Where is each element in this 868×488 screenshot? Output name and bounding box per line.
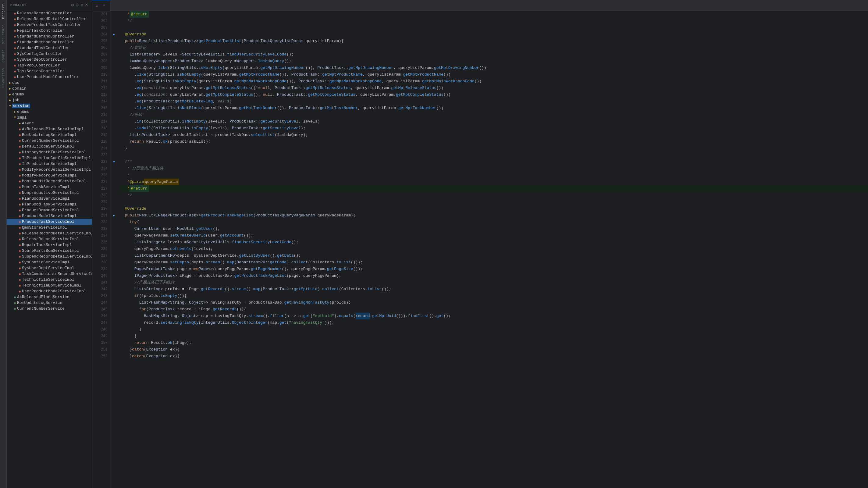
tab-product-task-service-impl[interactable]: ☕ × <box>92 0 110 11</box>
code-line-216: //等级 <box>120 112 868 118</box>
vtab-structure[interactable]: Structure <box>1 22 6 46</box>
file-icon: ◉ <box>19 156 21 160</box>
line-number-243: 243 <box>92 293 110 299</box>
sidebar-item-sysconfigserviceimpl[interactable]: ◉SysConfigServiceImpl <box>7 260 92 265</box>
sidebar-item-defaultcodeserviceimpl[interactable]: ◉DefaultCodeServiceImpl <box>7 144 92 149</box>
close-sidebar-icon[interactable]: × <box>85 2 88 8</box>
sidebar-item-userproductmodelserviceimpl[interactable]: ◉UserProductModelServiceImpl <box>7 288 92 294</box>
sidebar-item-releaserecordserviceimpl[interactable]: ◉ReleaseRecordServiceImpl <box>7 236 92 242</box>
sidebar-item-repairtaskserviceimpl[interactable]: ◉RepairTaskServiceImpl <box>7 242 92 248</box>
gutter-icon-row-213 <box>110 91 118 98</box>
gear2-icon[interactable]: ⚙ <box>81 2 83 8</box>
run-icon[interactable]: ▶ <box>113 33 115 36</box>
sidebar-item-plangoodsserviceimpl[interactable]: ◉PlanGoodsServiceImpl <box>7 196 92 202</box>
sidebar-item-monthtaskserviceimpl[interactable]: ◉MonthTaskServiceImpl <box>7 184 92 190</box>
gutter-icon-row-219 <box>110 132 118 139</box>
line-number-213: 213 <box>92 91 110 98</box>
sidebar-item-modifyrecorddetailserviceimpl[interactable]: ◉ModifyRecordDetailServiceImpl <box>7 167 92 173</box>
tree-item-label: enums <box>17 110 29 114</box>
sidebar-item-productmodelserviceimpl[interactable]: ◉ProductModelServiceImpl <box>7 213 92 219</box>
sidebar-item-taskpoolcontroller[interactable]: ◉TaskPoolController <box>7 62 92 68</box>
settings-icon[interactable]: ⚙ <box>71 2 74 8</box>
sidebar-item-job[interactable]: ▶job <box>7 97 92 103</box>
sidebar-item-plangoodtaskserviceimpl[interactable]: ◉PlanGoodTaskServiceImpl <box>7 202 92 207</box>
gutter-icon-row-245 <box>110 306 118 313</box>
sidebar-item-service[interactable]: ▼service <box>7 103 92 109</box>
sidebar-item-historymonthtaskserviceimpl[interactable]: ◉HistoryMonthTaskServiceImpl <box>7 149 92 155</box>
tree-item-label: TechnicfileServiceImpl <box>22 277 74 282</box>
tree-item-label: QmsStoreServiceImpl <box>22 225 67 230</box>
tree-item-label: StandardTaskController <box>17 46 69 50</box>
sidebar-item-bomupdatelogservice[interactable]: ◉BomUpdateLogService <box>7 300 92 306</box>
sidebar-item-repairtaskcontroller[interactable]: ◉RepairTaskController <box>7 28 92 33</box>
sidebar-item-technicfileserviceimpl[interactable]: ◉TechnicfileServiceImpl <box>7 277 92 282</box>
tree-item-label: HistoryMonthTaskServiceImpl <box>22 150 86 155</box>
sidebar-item-nonproductiveserviceimpl[interactable]: ◉NonproductiveServiceImpl <box>7 190 92 196</box>
gutter-icon-row-252 <box>110 353 118 360</box>
sidebar-item-monthauditrecordserviceimpl[interactable]: ◉MonthAuditRecordServiceImpl <box>7 178 92 184</box>
code-line-213: .eq(condition: queryListParam.getMptComp… <box>120 91 868 98</box>
tree-item-label: ProductTaskServiceImpl <box>22 219 74 224</box>
code-line-252: } catch (Exception ex) { <box>120 353 868 360</box>
sidebar-item-taskseriescontroller[interactable]: ◉TaskSeriesController <box>7 68 92 74</box>
sidebar-item-domain[interactable]: ▶domain <box>7 86 92 91</box>
tree-item-label: ProductDemandServiceImpl <box>22 208 79 212</box>
sidebar-item-standarddemandcontroller[interactable]: ◉StandardDemandController <box>7 33 92 39</box>
sidebar-item-productdemandserviceimpl[interactable]: ◉ProductDemandServiceImpl <box>7 207 92 213</box>
sidebar-item-enums[interactable]: ▶enums <box>7 91 92 97</box>
tree-item-label: CurrentNumberServiceImpl <box>22 139 79 143</box>
code-editor[interactable]: * @return */ @Override public Result<Lis… <box>118 11 868 488</box>
run-icon[interactable]: ▶ <box>113 214 115 217</box>
sidebar-item-bomupdatelogserviceimpl[interactable]: ◉BomUpdateLogServiceImpl <box>7 132 92 138</box>
sidebar-item-sysconfigcontroller[interactable]: ◉SysConfigController <box>7 51 92 57</box>
sidebar-item-releaserecorddetailcontroller[interactable]: ◉ReleaseRecordDetailController <box>7 16 92 22</box>
line-number-222: 222 <box>92 152 110 158</box>
sidebar-item-sysuserdeptcontroller[interactable]: ◉SysUserDeptController <box>7 57 92 62</box>
tree-item-label: ReleaseRecordController <box>17 11 72 16</box>
gutter-icon-row-240 <box>110 273 118 279</box>
code-line-241: //产品任务已下列统计 <box>120 279 868 286</box>
sidebar-item-dao[interactable]: ▶dao <box>7 80 92 86</box>
vtab-commit[interactable]: Commit <box>1 47 6 65</box>
code-line-217: .in(CollectionUtils.isNotEmpty(levels), … <box>120 118 868 125</box>
sidebar-item-sysuserdeptserviceimpl[interactable]: ◉SysUserDeptServiceImpl <box>7 265 92 271</box>
vtab-project[interactable]: Project <box>1 1 6 21</box>
code-line-243: if (!proIds.isEmpty()) { <box>120 293 868 299</box>
sidebar-item-inproductionconfigserviceimpl[interactable]: ◉InProductionConfigServiceImpl <box>7 155 92 161</box>
sidebar-item-async[interactable]: ▶Async <box>7 120 92 126</box>
sidebar-item-standardtaskcontroller[interactable]: ◉StandardTaskController <box>7 45 92 51</box>
sidebar-item-technicfilebomserviceimpl[interactable]: ◉TechnicfileBomServiceImpl <box>7 282 92 288</box>
sidebar-item-impl[interactable]: ▼impl <box>7 115 92 120</box>
sidebar-item-taskcommunicaterecordserviceimpl[interactable]: ◉TaskCommunicateRecordServiceImpl <box>7 271 92 277</box>
sidebar-item-axreleasedplansserviceimpl[interactable]: ◉AxReleasedPlansServiceImpl <box>7 126 92 132</box>
line-number-217: 217 <box>92 118 110 125</box>
line-number-238: 238 <box>92 259 110 266</box>
sidebar-item-suspendrecorddetailserviceimpl[interactable]: ◉SuspendRecordDetailServiceImpl <box>7 253 92 260</box>
sidebar-item-sparepartsbomserviceimpl[interactable]: ◉SparePartsBomServiceImpl <box>7 248 92 253</box>
sidebar-item-removeproducttaskcontroller[interactable]: ◉RemoveProductTaskController <box>7 22 92 28</box>
file-icon: ◉ <box>19 139 21 143</box>
layout-icon[interactable]: ⊞ <box>76 2 79 8</box>
sidebar-item-userproductmodelcontroller[interactable]: ◉UserProductModelController <box>7 74 92 80</box>
sidebar-item-qmsstoreserviceimpl[interactable]: ◉QmsStoreServiceImpl <box>7 225 92 231</box>
line-number-228: 228 <box>92 192 110 199</box>
vtab-favorites[interactable]: Favorites <box>1 65 6 90</box>
file-icon: ◉ <box>14 46 16 50</box>
sidebar-item-currentnumberserviceimpl[interactable]: ◉CurrentNumberServiceImpl <box>7 138 92 144</box>
fold-icon[interactable]: ▼ <box>113 160 115 164</box>
sidebar-item-currentnumberservice[interactable]: ◉CurrentNumberService <box>7 306 92 311</box>
sidebar-item-enums2[interactable]: ▶enums <box>7 109 92 115</box>
sidebar-item-standardmethodcontroller[interactable]: ◉StandardMethodController <box>7 39 92 45</box>
sidebar-item-releaserecordcontroller[interactable]: ◉ReleaseRecordController <box>7 10 92 16</box>
sidebar-item-modifyrecordserviceimpl[interactable]: ◉ModifyRecordServiceImpl <box>7 173 92 178</box>
sidebar-item-releaserecorddetailserviceimpl[interactable]: ◉ReleaseRecordDetailServiceImpl <box>7 231 92 236</box>
tab-close-button[interactable]: × <box>101 3 106 8</box>
sidebar-item-axreleasedplansservice[interactable]: ◉AxReleasedPlansService <box>7 294 92 300</box>
code-line-210: .like(StringUtils.isNotEmpty(queryListPa… <box>120 71 868 78</box>
file-icon: ◉ <box>19 232 21 235</box>
gutter-icon-row-218 <box>110 125 118 132</box>
code-line-226: * @param queryPageParam <box>120 179 868 185</box>
sidebar-item-inproductionserviceimpl[interactable]: ◉InProductionServiceImpl <box>7 161 92 167</box>
sidebar-item-producttaskserviceimpl[interactable]: ◉ProductTaskServiceImpl <box>7 219 92 225</box>
file-icon: ◉ <box>14 307 16 311</box>
